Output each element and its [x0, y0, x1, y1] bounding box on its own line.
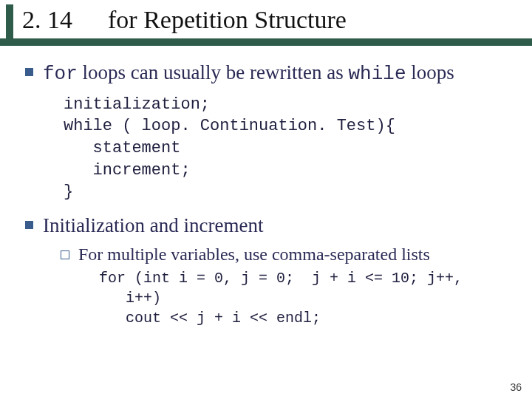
- bullet-1-mid: loops can usually be rewritten as: [78, 61, 349, 83]
- section-number: 2. 14: [6, 6, 78, 38]
- code-block-while: initialization; while ( loop. Continuati…: [64, 94, 522, 203]
- code-block-for: for (int i = 0, j = 0; j + i <= 10; j++,…: [99, 268, 522, 328]
- sub-bullet-1-text: For multiple variables, use comma-separa…: [78, 243, 522, 265]
- section-title: for Repetition Structure: [78, 6, 347, 38]
- bullet-list: for loops can usually be rewritten as wh…: [21, 61, 522, 328]
- title-row: 2. 14 for Repetition Structure: [0, 0, 532, 46]
- code-keyword-while: while: [348, 63, 406, 85]
- slide: 2. 14 for Repetition Structure for loops…: [0, 0, 532, 399]
- content-area: for loops can usually be rewritten as wh…: [0, 56, 532, 328]
- bullet-1-text: for loops can usually be rewritten as wh…: [43, 61, 522, 86]
- sub-bullet-list: For multiple variables, use comma-separa…: [59, 243, 522, 328]
- bullet-item-1: for loops can usually be rewritten as wh…: [21, 61, 522, 203]
- code-keyword-for: for: [43, 63, 78, 85]
- bullet-1-tail: loops: [406, 61, 454, 83]
- title-accent-bar: [6, 4, 13, 46]
- bullet-2-text: Initialization and increment: [43, 214, 522, 239]
- bullet-item-2: Initialization and increment For multipl…: [21, 214, 522, 328]
- page-number: 36: [510, 381, 522, 393]
- sub-bullet-1: For multiple variables, use comma-separa…: [59, 243, 522, 328]
